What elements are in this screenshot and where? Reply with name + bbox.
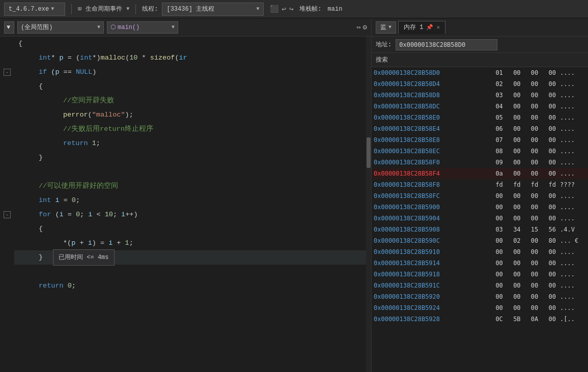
thread-dropdown-arrow: ▼ <box>256 6 259 12</box>
mem-byte-1: 09 <box>487 157 505 168</box>
mem-addr-cell: 0x00000138C28B58E0 <box>372 112 487 123</box>
code-toolbar-right: ⇔ ⚙ <box>356 23 367 32</box>
memory-row: 0x00000138C28B5914 00 00 00 00 .... <box>372 257 588 269</box>
mem-byte-3: 00 <box>523 67 541 78</box>
mem-byte-1: 00 <box>487 302 505 313</box>
code-scrollbar[interactable] <box>366 37 371 372</box>
mem-byte-1: 00 <box>487 269 505 280</box>
memory-row: 0x00000138C28B58E0 05 00 00 00 .... <box>372 112 588 123</box>
indicator-for[interactable]: - <box>0 208 14 222</box>
memory-row: 0x00000138C28B58FC 00 00 00 00 .... <box>372 190 588 202</box>
toolbar-icon-2[interactable]: ↩ <box>282 5 286 13</box>
mem-byte-4: 00 <box>540 269 558 280</box>
mem-ascii: ... € <box>558 235 588 246</box>
mem-addr-cell: 0x00000138C28B58D8 <box>372 90 487 101</box>
mem-byte-4: 00 <box>540 202 558 213</box>
mem-byte-3: 00 <box>523 302 541 313</box>
indicator-if[interactable]: - <box>0 65 14 79</box>
scope-dropdown[interactable]: (全局范围) ▼ <box>17 21 104 34</box>
mem-byte-1: 07 <box>487 134 505 146</box>
thread-dropdown[interactable]: [33436] 主线程 ▼ <box>162 3 264 16</box>
toolbar-sep-1 <box>71 4 72 14</box>
monitor-button[interactable]: 监 ▼ <box>376 21 396 34</box>
collapse-if-icon[interactable]: - <box>4 69 11 76</box>
mem-byte-1: 06 <box>487 123 505 134</box>
mem-byte-2: 00 <box>505 246 523 257</box>
code-line-3: if (p == NULL) <box>14 65 366 79</box>
mem-byte-4: 00 <box>540 213 558 224</box>
mem-ascii: .[.. <box>558 313 588 325</box>
indicator-7 <box>0 122 14 136</box>
func-label: main() <box>118 24 139 31</box>
mem-ascii: .... <box>558 246 588 257</box>
settings-icon[interactable]: ⚙ <box>363 23 367 32</box>
mem-byte-2: 00 <box>505 78 523 90</box>
memory-tab-1[interactable]: 内存 1 📌 ✕ <box>398 21 445 34</box>
code-line-18: return 0; <box>14 279 366 293</box>
mem-addr-cell: 0x00000138C28B58E8 <box>372 134 487 146</box>
func-dropdown-chevron: ▼ <box>172 24 175 30</box>
close-tab-icon[interactable]: ✕ <box>436 24 440 31</box>
mem-byte-1: 04 <box>487 101 505 112</box>
memory-table-container[interactable]: 0x00000138C28B58D0 01 00 00 00 .... 0x00… <box>372 67 588 372</box>
mem-byte-1: 03 <box>487 224 505 235</box>
mem-byte-1: 00 <box>487 190 505 202</box>
collapse-for-icon[interactable]: - <box>4 211 11 218</box>
code-toolbar: ▼ (全局范围) ▼ ⬡ main() ▼ ⇔ ⚙ <box>0 18 371 37</box>
mem-byte-3: 00 <box>523 90 541 101</box>
code-lines[interactable]: { int* p = (int*)malloc(10 * sizeof(ir i… <box>14 37 366 372</box>
code-line-2: int* p = (int*)malloc(10 * sizeof(ir <box>14 51 366 65</box>
lifecycle-dropdown-arrow[interactable]: ▼ <box>126 6 129 12</box>
mem-byte-2: fd <box>505 179 523 190</box>
mem-byte-3: 00 <box>523 134 541 146</box>
mem-addr-cell: 0x00000138C28B591C <box>372 280 487 291</box>
mem-addr-cell: 0x00000138C28B58EC <box>372 146 487 157</box>
indicator-6 <box>0 108 14 122</box>
indicator-15 <box>0 236 14 250</box>
memory-row: 0x00000138C28B5910 00 00 00 00 .... <box>372 246 588 257</box>
exe-dropdown-arrow: ▼ <box>51 6 54 12</box>
mem-byte-4: 00 <box>540 302 558 313</box>
mem-byte-1: 0C <box>487 313 505 325</box>
mem-byte-3: 15 <box>523 224 541 235</box>
mem-byte-3: 00 <box>523 101 541 112</box>
memory-row: 0x00000138C28B58D4 02 00 00 00 .... <box>372 78 588 90</box>
mem-byte-4: 80 <box>540 235 558 246</box>
mem-ascii: .... <box>558 302 588 313</box>
down-arrow-icon: ▼ <box>7 24 10 31</box>
indicator-9 <box>0 151 14 165</box>
mem-ascii: .... <box>558 78 588 90</box>
address-input[interactable] <box>396 39 497 50</box>
mem-byte-4: 00 <box>540 257 558 269</box>
indicator-5 <box>0 94 14 108</box>
mem-ascii: .4.V <box>558 224 588 235</box>
indicator-8 <box>0 136 14 151</box>
memory-row: 0x00000138C28B5918 00 00 00 00 .... <box>372 269 588 280</box>
mem-ascii: .... <box>558 101 588 112</box>
toolbar-icon-1[interactable]: ⬛ <box>270 5 278 13</box>
mem-byte-4: 00 <box>540 112 558 123</box>
elapsed-time-label: 已用时间 <= 4ms <box>53 249 114 266</box>
code-scrollbar-thumb[interactable] <box>367 137 371 168</box>
toolbar-icon-3[interactable]: ↪ <box>289 5 293 13</box>
code-line-9: } <box>14 151 366 165</box>
mem-byte-2: 00 <box>505 67 523 78</box>
mem-byte-4: 00 <box>540 313 558 325</box>
memory-row: 0x00000138C28B58F0 09 00 00 00 .... <box>372 157 588 168</box>
mem-byte-1: 00 <box>487 235 505 246</box>
mem-byte-2: 00 <box>505 123 523 134</box>
mem-byte-1: 01 <box>487 67 505 78</box>
scope-dropdown-arrow[interactable]: ▼ <box>4 21 14 34</box>
code-line-8: return 1; <box>14 136 366 151</box>
mem-byte-1: 08 <box>487 146 505 157</box>
mem-byte-3: fd <box>523 179 541 190</box>
func-dropdown[interactable]: ⬡ main() ▼ <box>107 21 178 34</box>
expand-icon[interactable]: ⇔ <box>356 23 360 32</box>
mem-byte-4: 00 <box>540 146 558 157</box>
mem-addr-cell: 0x00000138C28B5918 <box>372 269 487 280</box>
mem-byte-2: 00 <box>505 134 523 146</box>
code-line-10 <box>14 165 366 179</box>
thread-label: 线程: <box>142 5 158 13</box>
code-line-4: { <box>14 79 366 94</box>
exe-dropdown[interactable]: t_4.6.7.exe ▼ <box>4 3 65 16</box>
